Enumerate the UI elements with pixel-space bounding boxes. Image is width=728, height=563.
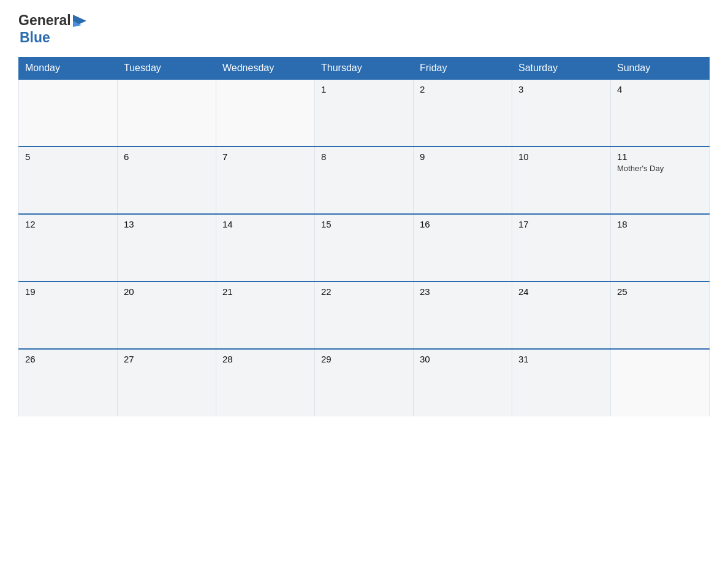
calendar-cell: 13	[118, 214, 216, 282]
day-number: 4	[617, 84, 703, 94]
calendar-cell: 4	[611, 79, 710, 147]
calendar-week-row-2: 567891011Mother's Day	[19, 147, 710, 214]
calendar-cell: 2	[414, 79, 512, 147]
page-header: General Blue	[18, 12, 710, 46]
day-number: 24	[518, 286, 604, 297]
day-number: 6	[124, 151, 210, 162]
calendar-day-header-wednesday: Wednesday	[216, 58, 315, 80]
logo-general-label: General	[18, 12, 71, 29]
calendar-header: MondayTuesdayWednesdayThursdayFridaySatu…	[19, 58, 710, 80]
day-number: 9	[420, 151, 506, 162]
calendar-cell: 11Mother's Day	[611, 147, 710, 214]
logo: General Blue	[18, 12, 86, 46]
calendar-week-row-1: 1234	[19, 79, 710, 147]
calendar-cell: 5	[19, 147, 118, 214]
logo: General Blue	[18, 12, 86, 46]
calendar-cell: 30	[414, 349, 512, 416]
calendar-cell: 8	[315, 147, 414, 214]
day-number: 21	[222, 286, 308, 297]
day-number: 11	[617, 151, 703, 162]
calendar-event: Mother's Day	[617, 164, 703, 173]
calendar-cell: 22	[315, 282, 414, 349]
calendar-day-header-friday: Friday	[414, 58, 512, 80]
calendar-cell: 9	[414, 147, 512, 214]
calendar-cell	[611, 349, 710, 416]
calendar-cell: 29	[315, 349, 414, 416]
calendar-cell: 17	[512, 214, 611, 282]
calendar-header-row: MondayTuesdayWednesdayThursdayFridaySatu…	[19, 58, 710, 80]
calendar-cell	[216, 79, 315, 147]
calendar-cell: 28	[216, 349, 315, 416]
calendar-cell: 26	[19, 349, 118, 416]
day-number: 12	[25, 219, 111, 229]
day-number: 18	[617, 219, 703, 229]
calendar-cell: 7	[216, 147, 315, 214]
calendar-cell	[118, 79, 216, 147]
calendar-day-header-monday: Monday	[19, 58, 118, 80]
calendar-cell	[19, 79, 118, 147]
calendar-cell: 16	[414, 214, 512, 282]
logo-flag-icon	[73, 15, 86, 27]
day-number: 17	[518, 219, 604, 229]
day-number: 25	[617, 286, 703, 297]
day-number: 15	[321, 219, 407, 229]
calendar-table: MondayTuesdayWednesdayThursdayFridaySatu…	[18, 57, 710, 416]
day-number: 14	[222, 219, 308, 229]
day-number: 2	[420, 84, 506, 94]
calendar-cell: 31	[512, 349, 611, 416]
day-number: 13	[124, 219, 210, 229]
day-number: 27	[124, 354, 210, 364]
calendar-cell: 12	[19, 214, 118, 282]
day-number: 23	[420, 286, 506, 297]
calendar-cell: 21	[216, 282, 315, 349]
calendar-body: 1234567891011Mother's Day121314151617181…	[19, 79, 710, 416]
calendar-cell: 25	[611, 282, 710, 349]
calendar-day-header-thursday: Thursday	[315, 58, 414, 80]
day-number: 22	[321, 286, 407, 297]
day-number: 28	[222, 354, 308, 364]
day-number: 20	[124, 286, 210, 297]
calendar-cell: 19	[19, 282, 118, 349]
calendar-day-header-sunday: Sunday	[611, 58, 710, 80]
calendar-cell: 24	[512, 282, 611, 349]
calendar-cell: 14	[216, 214, 315, 282]
calendar-day-header-saturday: Saturday	[512, 58, 611, 80]
day-number: 30	[420, 354, 506, 364]
calendar-cell: 20	[118, 282, 216, 349]
day-number: 16	[420, 219, 506, 229]
day-number: 19	[25, 286, 111, 297]
calendar-cell: 1	[315, 79, 414, 147]
calendar-week-row-5: 262728293031	[19, 349, 710, 416]
calendar-cell: 10	[512, 147, 611, 214]
calendar-cell: 6	[118, 147, 216, 214]
day-number: 26	[25, 354, 111, 364]
calendar-week-row-3: 12131415161718	[19, 214, 710, 282]
calendar-cell: 15	[315, 214, 414, 282]
day-number: 7	[222, 151, 308, 162]
day-number: 29	[321, 354, 407, 364]
day-number: 1	[321, 84, 407, 94]
calendar-cell: 23	[414, 282, 512, 349]
calendar-cell: 18	[611, 214, 710, 282]
day-number: 31	[518, 354, 604, 364]
calendar-day-header-tuesday: Tuesday	[118, 58, 216, 80]
day-number: 5	[25, 151, 111, 162]
day-number: 8	[321, 151, 407, 162]
day-number: 3	[518, 84, 604, 94]
day-number: 10	[518, 151, 604, 162]
calendar-cell: 3	[512, 79, 611, 147]
logo-blue-label: Blue	[18, 29, 86, 47]
calendar-week-row-4: 19202122232425	[19, 282, 710, 349]
calendar-cell: 27	[118, 349, 216, 416]
